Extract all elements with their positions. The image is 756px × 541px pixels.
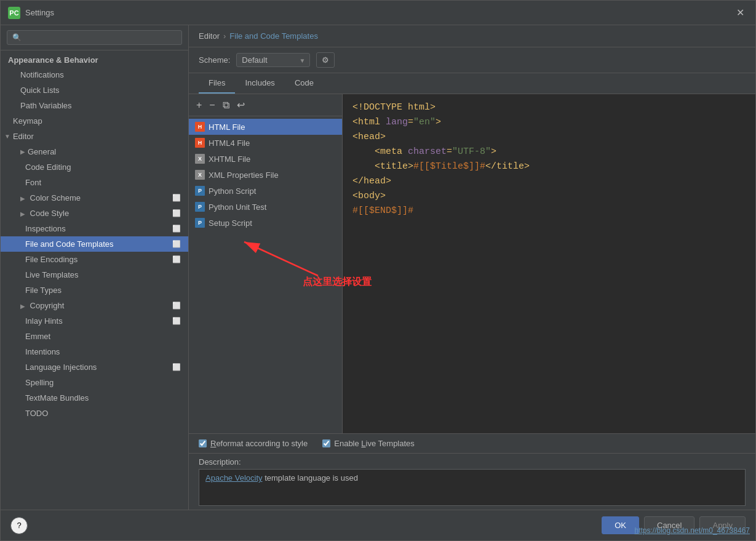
xml-file-icon: X <box>195 170 205 180</box>
sidebar-item-code-editing[interactable]: Code Editing <box>1 159 188 175</box>
scheme-select-wrapper: Default Project ▼ <box>236 53 310 67</box>
file-item-xml[interactable]: X XML Properties File <box>189 167 342 183</box>
sidebar-item-copyright[interactable]: ▶ Copyright ⬜ <box>1 298 188 313</box>
sidebar-item-notifications[interactable]: Notifications <box>1 67 188 82</box>
description-rest: template language is used <box>263 473 358 483</box>
sidebar-item-color-scheme[interactable]: ▶ Color Scheme ⬜ <box>1 190 188 206</box>
live-templates-label: Enable Live Templates <box>334 439 415 448</box>
python-script-icon: P <box>195 186 205 196</box>
tab-files[interactable]: Files <box>199 73 235 94</box>
file-item-label: HTML4 File <box>209 138 250 148</box>
file-item-python-unit[interactable]: P Python Unit Test <box>189 199 342 215</box>
code-line-6: </head> <box>352 174 746 189</box>
reformat-label: Reformat according to style <box>210 439 308 448</box>
file-item-xhtml[interactable]: X XHTML File <box>189 151 342 167</box>
copy-template-button[interactable]: ⧉ <box>220 98 232 112</box>
file-item-label: HTML File <box>209 122 245 132</box>
file-list-toolbar: + − ⧉ ↩ <box>189 94 342 116</box>
panel-body-container: + − ⧉ ↩ H HTML File H H <box>189 94 755 433</box>
copyright-icon: ⬜ <box>172 302 181 310</box>
breadcrumb-current: File and Code Templates <box>229 31 318 41</box>
xhtml-file-icon: X <box>195 154 205 164</box>
search-box <box>1 25 188 50</box>
search-input[interactable] <box>7 30 182 45</box>
sidebar-item-file-types[interactable]: File Types <box>1 283 188 298</box>
sidebar-section-appearance: Appearance & Behavior <box>1 50 188 67</box>
sidebar: Appearance & Behavior Notifications Quic… <box>1 25 189 510</box>
inlay-hints-icon: ⬜ <box>172 317 181 325</box>
python-unit-icon: P <box>195 202 205 212</box>
file-item-label: Setup Script <box>209 218 252 228</box>
app-icon: PC <box>8 7 20 19</box>
sidebar-item-editor[interactable]: ▼ Editor <box>1 129 188 144</box>
description-label: Description: <box>199 457 746 467</box>
sidebar-item-emmet[interactable]: Emmet <box>1 329 188 344</box>
file-item-setup-script[interactable]: P Setup Script <box>189 215 342 231</box>
sidebar-item-code-style[interactable]: ▶ Code Style ⬜ <box>1 206 188 221</box>
file-item-label: Python Script <box>209 186 256 196</box>
sidebar-item-file-encodings[interactable]: File Encodings ⬜ <box>1 252 188 267</box>
remove-template-button[interactable]: − <box>207 98 217 112</box>
settings-dialog: PC Settings ✕ Appearance & Behavior Noti… <box>0 0 756 541</box>
code-line-5: <title>#[[$Title$]]#</title> <box>352 159 746 174</box>
sidebar-item-font[interactable]: Font <box>1 175 188 190</box>
html4-file-icon: H <box>195 138 205 148</box>
reset-template-button[interactable]: ↩ <box>234 98 247 112</box>
breadcrumb-separator: › <box>223 31 226 41</box>
code-style-icon: ⬜ <box>172 209 181 217</box>
inspections-icon: ⬜ <box>172 225 181 233</box>
ok-button[interactable]: OK <box>602 516 639 534</box>
help-button[interactable]: ? <box>10 517 28 534</box>
sidebar-item-textmate[interactable]: TextMate Bundles <box>1 390 188 406</box>
sidebar-item-inlay-hints[interactable]: Inlay Hints ⬜ <box>1 313 188 329</box>
sidebar-item-live-templates[interactable]: Live Templates <box>1 267 188 283</box>
file-encodings-icon: ⬜ <box>172 255 181 263</box>
scheme-gear-button[interactable]: ⚙ <box>316 52 335 68</box>
reformat-checkbox-label[interactable]: Reformat according to style <box>199 439 308 448</box>
close-button[interactable]: ✕ <box>733 6 748 20</box>
sidebar-item-intentions[interactable]: Intentions <box>1 344 188 359</box>
color-scheme-icon: ⬜ <box>172 194 181 202</box>
scheme-select[interactable]: Default Project <box>236 53 310 67</box>
sidebar-item-keymap[interactable]: Keymap <box>1 113 188 129</box>
code-line-3: <head> <box>352 130 746 145</box>
tab-includes[interactable]: Includes <box>235 73 284 94</box>
title-bar: PC Settings ✕ <box>1 1 755 25</box>
reformat-checkbox[interactable] <box>199 439 207 447</box>
main-content: Appearance & Behavior Notifications Quic… <box>1 25 755 510</box>
sidebar-item-spelling[interactable]: Spelling <box>1 375 188 390</box>
code-editor[interactable]: <!DOCTYPE html> <html lang="en"> <head> … <box>343 94 755 433</box>
sidebar-item-general[interactable]: ▶ General <box>1 144 188 159</box>
code-panel: <!DOCTYPE html> <html lang="en"> <head> … <box>343 94 755 433</box>
live-templates-checkbox[interactable] <box>322 439 330 447</box>
velocity-link[interactable]: Apache Velocity <box>205 473 263 483</box>
file-item-html[interactable]: H HTML File <box>189 119 342 135</box>
dialog-title: Settings <box>25 8 54 17</box>
file-templates-icon: ⬜ <box>172 240 181 248</box>
code-line-7: <body> <box>352 189 746 204</box>
lang-injections-icon: ⬜ <box>172 363 181 371</box>
tab-code[interactable]: Code <box>285 73 324 94</box>
sidebar-item-path-variables[interactable]: Path Variables <box>1 98 188 113</box>
file-list-panel: + − ⧉ ↩ H HTML File H H <box>189 94 343 433</box>
file-item-label: Python Unit Test <box>209 202 266 212</box>
file-list: H HTML File H HTML4 File X XHTML File <box>189 116 342 433</box>
description-box: Apache Velocity template language is use… <box>199 469 746 506</box>
file-item-html4[interactable]: H HTML4 File <box>189 135 342 151</box>
add-template-button[interactable]: + <box>194 98 204 112</box>
sidebar-item-quick-lists[interactable]: Quick Lists <box>1 82 188 98</box>
sidebar-item-todo[interactable]: TODO <box>1 406 188 421</box>
editor-expand-arrow: ▼ <box>4 133 10 140</box>
html-file-icon: H <box>195 122 205 132</box>
live-templates-checkbox-label[interactable]: Enable Live Templates <box>322 439 415 448</box>
code-line-1: <!DOCTYPE html> <box>352 100 746 115</box>
description-section: Description: Apache Velocity template la… <box>189 453 755 510</box>
file-item-python-script[interactable]: P Python Script <box>189 183 342 199</box>
sidebar-item-language-injections[interactable]: Language Injections ⬜ <box>1 359 188 375</box>
sidebar-item-inspections[interactable]: Inspections ⬜ <box>1 221 188 236</box>
file-item-label: XML Properties File <box>209 170 279 180</box>
file-item-label: XHTML File <box>209 154 250 164</box>
sidebar-item-file-and-code-templates[interactable]: File and Code Templates ⬜ <box>1 236 188 252</box>
code-line-2: <html lang="en"> <box>352 115 746 130</box>
scheme-row: Scheme: Default Project ▼ ⚙ <box>189 47 755 73</box>
